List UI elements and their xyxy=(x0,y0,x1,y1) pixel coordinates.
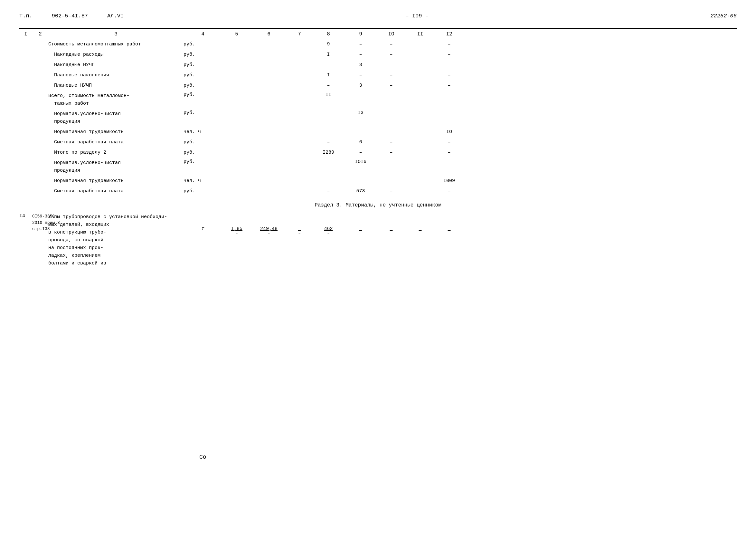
co-text: Co xyxy=(199,454,207,460)
row-12-c8: – xyxy=(312,188,345,194)
data-row-4: Плановые НУЧПруб.–3–– xyxy=(19,81,737,91)
row-12-c10: – xyxy=(377,188,406,194)
row-11-c12: I009 xyxy=(435,178,464,184)
col-header-1: I xyxy=(19,31,32,37)
row-12-c4: руб. xyxy=(183,188,222,194)
row-1-c4: руб. xyxy=(183,52,222,57)
col-header-3: 3 xyxy=(48,31,183,37)
row-3-c9: – xyxy=(345,72,377,78)
header-al-label: Ал.VI xyxy=(107,13,124,19)
row-7-c3: Нормативная трудоемкость xyxy=(48,128,183,136)
row-7-c12: IO xyxy=(435,129,464,135)
header-page: – I09 – xyxy=(143,13,691,19)
row-5-c3: Всего, стоимость металломон- тажных рабо… xyxy=(48,92,183,107)
data-row-3: Плановые накопленияруб.I––– xyxy=(19,70,737,81)
row-1-c8: I xyxy=(312,52,345,57)
row-7-c10: – xyxy=(377,129,406,135)
column-headers: I 2 3 4 5 6 7 8 9 IO II I2 xyxy=(19,29,737,39)
row-7-c8: – xyxy=(312,129,345,135)
row-8-c12: – xyxy=(435,140,464,145)
row14-c4: т xyxy=(183,213,222,231)
row-10-c9: IOI6 xyxy=(345,159,377,165)
col-header-8: 8 xyxy=(312,31,345,37)
row-6-c9: I3 xyxy=(345,110,377,116)
row-11-c8: – xyxy=(312,178,345,184)
col-header-6: 6 xyxy=(251,31,286,37)
row-1-c3: Накладные расходы xyxy=(48,51,183,59)
row-3-c8: I xyxy=(312,72,345,78)
row-4-c12: – xyxy=(435,83,464,88)
row-11-c10: – xyxy=(377,178,406,184)
row-2-c8: – xyxy=(312,62,345,68)
data-row-0: Стоимость металломонтажных работруб.9––– xyxy=(19,39,737,50)
row14-c12: – xyxy=(435,213,464,231)
row-1-c10: – xyxy=(377,52,406,57)
row-4-c3: Плановые НУЧП xyxy=(48,82,183,90)
page-header: Т.п. 902–5–4I.87 Ал.VI – I09 – 22252-06 xyxy=(19,13,737,21)
col-header-10: IO xyxy=(377,31,406,37)
row-10-c3: Норматив.условно-чистая продукция xyxy=(48,159,183,175)
row-4-c8: – xyxy=(312,83,345,88)
row-6-c8: – xyxy=(312,110,345,116)
row-7-c4: чел.–ч xyxy=(183,129,222,135)
row-10-c10: – xyxy=(377,159,406,165)
row-6-c12: – xyxy=(435,110,464,116)
row-11-c4: чел.–ч xyxy=(183,178,222,184)
row-6-c4: руб. xyxy=(183,110,222,116)
row14-c7: – – xyxy=(286,213,312,236)
header-tp-label: Т.п. xyxy=(19,13,32,19)
row-2-c3: Накладные НУЧП xyxy=(48,61,183,69)
row-1-c9: – xyxy=(345,52,377,57)
row-2-c12: – xyxy=(435,62,464,68)
section3-header: Раздел 3. Материалы, не учтенные ценнико… xyxy=(19,196,737,212)
col-header-12: I2 xyxy=(435,31,464,37)
data-row-6: Норматив.условно-чистая продукцияруб.–I3… xyxy=(19,109,737,127)
row-5-c12: – xyxy=(435,92,464,98)
data-row-9: Итого по разделу 2руб.I289––– xyxy=(19,147,737,158)
row14-c9: – xyxy=(345,213,377,231)
row-6-c3: Норматив.условно-чистая продукция xyxy=(48,110,183,126)
row-0-c12: – xyxy=(435,42,464,47)
section3-underline-text: Материалы, не учтенные ценником xyxy=(346,202,441,208)
row-5-c4: руб. xyxy=(183,92,222,98)
row-12-c12: – xyxy=(435,188,464,194)
row-0-c10: – xyxy=(377,42,406,47)
data-row-8: Сметная заработная платаруб.–6–– xyxy=(19,137,737,147)
row-3-c3: Плановые накопления xyxy=(48,71,183,79)
row-3-c4: руб. xyxy=(183,72,222,78)
row14-c8: 462 – xyxy=(312,213,345,236)
col-header-11: II xyxy=(406,31,435,37)
row-10-c12: – xyxy=(435,159,464,165)
row-8-c10: – xyxy=(377,140,406,145)
row-12-c9: 573 xyxy=(345,188,377,194)
data-row-12: Сметная заработная платаруб.–573–– xyxy=(19,186,737,196)
data-row-1: Накладные расходыруб.I––– xyxy=(19,50,737,60)
row-4-c4: руб. xyxy=(183,83,222,88)
row-9-c8: I289 xyxy=(312,150,345,155)
data-row-2: Накладные НУЧПруб.–3–– xyxy=(19,60,737,70)
row-9-c4: руб. xyxy=(183,150,222,155)
header-code: 22252-06 xyxy=(710,13,737,19)
row-2-c4: руб. xyxy=(183,62,222,68)
col-header-2: 2 xyxy=(32,31,48,37)
row-4-c10: – xyxy=(377,83,406,88)
col-header-7: 7 xyxy=(286,31,312,37)
row-0-c4: руб. xyxy=(183,42,222,47)
row14-c5: I,85 – xyxy=(222,213,251,236)
row14-c3: Узлы трубопроводов с установкой необходи… xyxy=(48,213,183,268)
header-doc-number: 902–5–4I.87 xyxy=(52,13,88,19)
row-9-c9: – xyxy=(345,150,377,155)
row14-c11: – xyxy=(406,213,435,231)
row14-c1: I4 xyxy=(19,213,32,219)
row-3-c12: – xyxy=(435,72,464,78)
row-0-c9: – xyxy=(345,42,377,47)
row14-c10: – xyxy=(377,213,406,231)
row-2-c10: – xyxy=(377,62,406,68)
row-0-c3: Стоимость металломонтажных работ xyxy=(48,41,183,48)
col-header-9: 9 xyxy=(345,31,377,37)
row-8-c9: 6 xyxy=(345,140,377,145)
data-row-11: Нормативная трудоемкостьчел.–ч–––I009 xyxy=(19,176,737,186)
data-row-5: Всего, стоимость металломон- тажных рабо… xyxy=(19,91,737,109)
row-9-c12: – xyxy=(435,150,464,155)
row-5-c9: – xyxy=(345,92,377,98)
